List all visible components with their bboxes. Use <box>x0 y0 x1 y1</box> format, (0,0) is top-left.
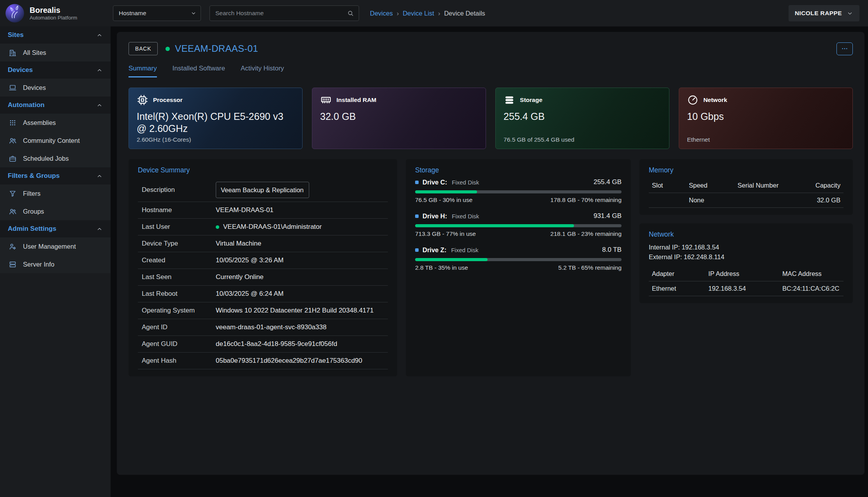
sidebar-item-label: Filters <box>23 190 40 197</box>
sidebar-item-label: Community Content <box>23 137 80 144</box>
chevron-up-icon <box>96 226 103 232</box>
sidebar-item-server-info[interactable]: Server Info <box>0 255 111 273</box>
tab-installed-software[interactable]: Installed Software <box>173 65 225 77</box>
search-field-dropdown-value: Hostname <box>119 10 146 17</box>
storage-footer: 76.5 GB of 255.4 GB used <box>504 136 574 143</box>
network-panel-title: Network <box>649 230 843 239</box>
user-menu-button[interactable]: NICOLE RAPPE <box>789 5 859 21</box>
drive-size: 931.4 GB <box>593 212 622 220</box>
storage-panel-title: Storage <box>415 166 622 174</box>
sidebar-item-label: Devices <box>23 84 46 91</box>
row-label: Hostname <box>142 206 216 214</box>
sidebar-section-filters-groups[interactable]: Filters & Groups <box>0 167 111 184</box>
sidebar-item-filters[interactable]: Filters <box>0 184 111 202</box>
card-label: Installed RAM <box>336 97 376 104</box>
breadcrumb-separator: › <box>438 10 440 17</box>
row-label: Last User <box>142 223 216 231</box>
back-button[interactable]: BACK <box>129 42 158 55</box>
network-panel: Network Internal IP: 192.168.3.54 Extern… <box>639 223 853 303</box>
sidebar: Sites All Sites Devices Devices <box>0 26 111 497</box>
row-value: VEEAM-DRAAS-01 <box>216 206 384 214</box>
filter-icon <box>9 190 17 198</box>
drive-size: 255.4 GB <box>593 178 622 186</box>
search-input[interactable] <box>215 9 347 17</box>
sidebar-item-groups[interactable]: Groups <box>0 202 111 220</box>
drive-used-label: 76.5 GB - 30% in use <box>415 197 472 204</box>
main-content: BACK VEEAM-DRAAS-01 Summary Installed So… <box>111 26 868 497</box>
server-icon <box>9 260 17 269</box>
summary-row-created: Created 10/05/2025 @ 3:26 AM <box>138 252 388 269</box>
drive-bullet-icon <box>415 181 419 184</box>
sidebar-section-sites[interactable]: Sites <box>0 26 111 44</box>
row-label: Agent GUID <box>142 340 216 348</box>
tab-activity-history[interactable]: Activity History <box>241 65 284 77</box>
section-label: Devices <box>8 66 33 74</box>
row-label: Created <box>142 256 216 264</box>
row-value: Windows 10 2022 Datacenter 21H2 Build 20… <box>216 307 384 314</box>
memory-table-header: Slot Speed Serial Number Capacity <box>649 178 843 193</box>
col-header-capacity: Capacity <box>815 182 840 189</box>
laptop-icon <box>9 84 17 92</box>
row-label: Operating System <box>142 307 216 314</box>
breadcrumb-device-list[interactable]: Device List <box>403 10 434 17</box>
network-ip-address: 192.168.3.54 <box>708 285 782 292</box>
grid-icon <box>9 119 17 127</box>
external-ip: External IP: 162.248.8.114 <box>649 252 843 262</box>
sidebar-item-label: Server Info <box>23 261 55 268</box>
row-value: 05ba0e7935171d626ecea29b27d7ae175363cd90 <box>216 357 384 365</box>
memory-table-row: None 32.0 GB <box>649 193 843 208</box>
breadcrumb-devices[interactable]: Devices <box>370 10 393 17</box>
drive-z: Drive Z: Fixed Disk 8.0 TB 2.8 TB - 35% … <box>415 246 622 271</box>
sidebar-item-user-management[interactable]: User Management <box>0 237 111 255</box>
storage-panel: Storage Drive C: Fixed Disk 255.4 GB <box>406 159 631 376</box>
col-header-serial-number: Serial Number <box>738 182 815 189</box>
search-icon[interactable] <box>347 10 354 17</box>
drive-usage-bar <box>415 224 622 227</box>
card-label: Network <box>703 97 727 104</box>
ram-value: 32.0 GB <box>320 111 478 123</box>
processor-footer: 2.60GHz (16-Cores) <box>137 136 191 143</box>
user-gear-icon <box>9 242 17 251</box>
sidebar-item-label: Scheduled Jobs <box>23 155 69 162</box>
col-header-slot: Slot <box>652 182 689 189</box>
more-options-button[interactable] <box>836 42 853 55</box>
summary-row-operating-system: Operating System Windows 10 2022 Datacen… <box>138 302 388 319</box>
tab-summary[interactable]: Summary <box>129 65 157 77</box>
device-tabs: Summary Installed Software Activity Hist… <box>129 65 853 77</box>
description-input[interactable] <box>216 182 309 198</box>
memory-speed: None <box>689 197 738 204</box>
device-details-panel: BACK VEEAM-DRAAS-01 Summary Installed So… <box>117 32 864 475</box>
row-value: Virtual Machine <box>216 240 384 248</box>
online-status-dot <box>216 225 219 229</box>
network-adapter: Ethernet <box>652 285 708 292</box>
drive-h: Drive H: Fixed Disk 931.4 GB 713.3 GB - … <box>415 212 622 237</box>
row-label: Device Type <box>142 240 216 248</box>
memory-panel-title: Memory <box>649 166 843 174</box>
processor-value: Intel(R) Xeon(R) CPU E5-2690 v3 @ 2.60GH… <box>137 111 294 135</box>
storage-value: 255.4 GB <box>504 111 661 123</box>
drive-size: 8.0 TB <box>602 246 622 254</box>
sidebar-item-devices[interactable]: Devices <box>0 79 111 97</box>
online-status-dot <box>166 47 170 51</box>
sidebar-item-all-sites[interactable]: All Sites <box>0 44 111 61</box>
row-label: Agent Hash <box>142 357 216 365</box>
right-column: Memory Slot Speed Serial Number Capacity… <box>639 159 853 376</box>
section-label: Sites <box>8 31 24 39</box>
gauge-icon <box>687 94 699 106</box>
sidebar-item-assemblies[interactable]: Assemblies <box>0 114 111 132</box>
row-value: Currently Online <box>216 273 384 281</box>
sidebar-section-admin-settings[interactable]: Admin Settings <box>0 220 111 237</box>
summary-row-agent-guid: Agent GUID de16c0c1-8aa2-4d18-9585-9ce91… <box>138 336 388 353</box>
device-name-title: VEEAM-DRAAS-01 <box>175 43 258 54</box>
search-field-dropdown[interactable]: Hostname <box>113 5 201 21</box>
sidebar-section-devices[interactable]: Devices <box>0 61 111 79</box>
row-value: de16c0c1-8aa2-4d18-9585-9ce91cf056fd <box>216 340 384 348</box>
sidebar-section-automation[interactable]: Automation <box>0 97 111 114</box>
section-label: Automation <box>8 101 44 109</box>
app-root: Borealis Automation Platform Hostname De… <box>0 0 868 497</box>
sidebar-item-label: User Management <box>23 243 76 250</box>
breadcrumb: Devices › Device List › Device Details <box>370 10 485 17</box>
sidebar-item-community-content[interactable]: Community Content <box>0 132 111 149</box>
row-value: 10/03/2025 @ 6:24 AM <box>216 290 384 298</box>
sidebar-item-scheduled-jobs[interactable]: Scheduled Jobs <box>0 149 111 167</box>
